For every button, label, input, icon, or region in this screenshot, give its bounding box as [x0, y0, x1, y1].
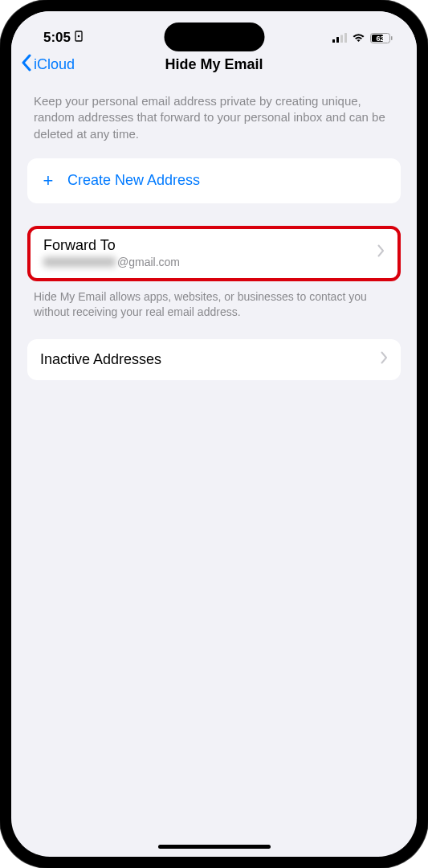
svg-rect-4 — [340, 35, 343, 43]
svg-rect-9 — [391, 36, 393, 40]
time-text: 5:05 — [43, 30, 71, 46]
back-button[interactable]: iCloud — [21, 54, 75, 76]
create-address-label: Create New Address — [67, 172, 200, 189]
cellular-signal-icon — [332, 33, 347, 43]
phone-frame: 5:05 — [0, 0, 428, 868]
create-new-address-button[interactable]: + Create New Address — [27, 158, 401, 203]
wifi-icon — [352, 33, 365, 43]
forward-to-title: Forward To — [43, 237, 180, 254]
dynamic-island — [164, 23, 264, 51]
nav-bar: iCloud Hide My Email — [11, 56, 417, 79]
plus-icon: + — [40, 170, 56, 191]
status-icons: 62 — [332, 33, 393, 43]
inactive-addresses-title: Inactive Addresses — [40, 351, 161, 368]
chevron-right-icon — [377, 244, 385, 260]
home-indicator[interactable] — [158, 845, 271, 849]
forward-to-email: @gmail.com — [43, 256, 180, 268]
battery-icon: 62 — [370, 33, 393, 43]
description-text: Keep your personal email address private… — [27, 79, 401, 158]
svg-rect-5 — [344, 33, 347, 43]
email-suffix: @gmail.com — [117, 256, 180, 268]
forward-to-footer-text: Hide My Email allows apps, websites, or … — [27, 281, 401, 339]
content-area: Keep your personal email address private… — [11, 79, 417, 380]
back-label: iCloud — [34, 56, 75, 73]
svg-rect-2 — [332, 39, 335, 43]
portrait-lock-icon — [74, 30, 84, 46]
phone-screen: 5:05 — [11, 11, 417, 857]
svg-text:62: 62 — [376, 35, 384, 43]
forward-to-button[interactable]: Forward To @gmail.com — [27, 226, 401, 281]
page-title: Hide My Email — [165, 56, 263, 73]
redacted-email-prefix — [43, 257, 116, 267]
inactive-addresses-button[interactable]: Inactive Addresses — [27, 339, 401, 380]
svg-point-1 — [78, 35, 80, 38]
chevron-left-icon — [21, 54, 32, 76]
chevron-right-icon — [381, 351, 388, 367]
svg-rect-3 — [336, 37, 339, 43]
status-time: 5:05 — [43, 30, 84, 46]
